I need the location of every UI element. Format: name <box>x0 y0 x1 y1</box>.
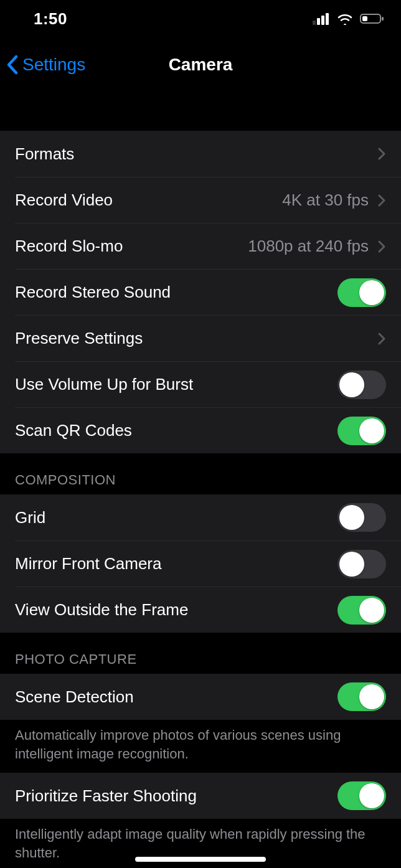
settings-group-composition: Grid Mirror Front Camera View Outside th… <box>0 494 401 633</box>
row-volume-burst: Use Volume Up for Burst <box>15 361 401 407</box>
toggle-view-outside[interactable] <box>337 596 386 625</box>
row-label: Mirror Front Camera <box>15 554 161 573</box>
chevron-right-icon <box>377 193 386 208</box>
screen: 1:50 <box>0 0 401 868</box>
svg-rect-1 <box>317 18 320 25</box>
svg-rect-6 <box>362 16 367 21</box>
row-label: Prioritize Faster Shooting <box>15 786 197 806</box>
settings-group-photo-capture-2: Prioritize Faster Shooting <box>0 773 401 819</box>
chevron-right-icon <box>377 146 386 161</box>
spacer <box>0 92 401 131</box>
status-bar: 1:50 <box>0 0 401 37</box>
chevron-right-icon <box>377 239 386 254</box>
row-label: Use Volume Up for Burst <box>15 375 193 394</box>
row-scene-detection: Scene Detection <box>0 674 401 720</box>
status-icons <box>313 12 385 25</box>
toggle-mirror-front[interactable] <box>337 550 386 578</box>
scene-detection-footer: Automatically improve photos of various … <box>0 720 401 773</box>
back-button[interactable]: Settings <box>6 54 85 75</box>
row-value: 4K at 30 fps <box>282 191 369 210</box>
row-label: Scan QR Codes <box>15 421 132 440</box>
row-label: Record Stereo Sound <box>15 283 171 302</box>
toggle-scan-qr[interactable] <box>337 417 386 445</box>
row-grid: Grid <box>0 494 401 540</box>
row-mirror-front: Mirror Front Camera <box>15 540 401 587</box>
toggle-scene-detection[interactable] <box>337 682 386 711</box>
chevron-right-icon <box>377 331 386 346</box>
row-label: View Outside the Frame <box>15 600 188 620</box>
svg-rect-5 <box>382 17 384 21</box>
row-label: Grid <box>15 508 45 527</box>
settings-group-main: Formats Record Video 4K at 30 fps Record… <box>0 131 401 453</box>
home-indicator[interactable] <box>135 857 266 862</box>
group-header-composition: COMPOSITION <box>0 453 401 494</box>
row-record-video[interactable]: Record Video 4K at 30 fps <box>15 177 401 223</box>
toggle-grid[interactable] <box>337 503 386 532</box>
back-label: Settings <box>22 55 85 75</box>
row-view-outside: View Outside the Frame <box>15 587 401 633</box>
toggle-volume-burst[interactable] <box>337 370 386 399</box>
chevron-left-icon <box>6 54 19 75</box>
toggle-record-stereo[interactable] <box>337 278 386 307</box>
row-preserve-settings[interactable]: Preserve Settings <box>15 315 401 361</box>
row-prioritize-faster: Prioritize Faster Shooting <box>0 773 401 819</box>
row-label: Record Slo-mo <box>15 237 123 256</box>
row-formats[interactable]: Formats <box>0 131 401 177</box>
cellular-icon <box>313 12 330 25</box>
row-label: Formats <box>15 144 74 164</box>
svg-rect-3 <box>326 13 329 25</box>
toggle-prioritize-faster[interactable] <box>337 781 386 810</box>
wifi-icon <box>336 12 354 25</box>
status-time: 1:50 <box>34 9 67 29</box>
row-scan-qr: Scan QR Codes <box>15 407 401 453</box>
row-value: 1080p at 240 fps <box>248 237 369 256</box>
battery-icon <box>360 12 385 25</box>
row-record-slomo[interactable]: Record Slo-mo 1080p at 240 fps <box>15 223 401 269</box>
row-label: Scene Detection <box>15 687 134 707</box>
svg-rect-2 <box>321 16 324 25</box>
row-label: Preserve Settings <box>15 329 143 348</box>
row-record-stereo: Record Stereo Sound <box>15 269 401 315</box>
settings-group-photo-capture-1: Scene Detection <box>0 674 401 720</box>
row-label: Record Video <box>15 191 113 210</box>
nav-bar: Settings Camera <box>0 37 401 92</box>
svg-rect-0 <box>313 21 316 25</box>
group-header-photo-capture: PHOTO CAPTURE <box>0 633 401 674</box>
